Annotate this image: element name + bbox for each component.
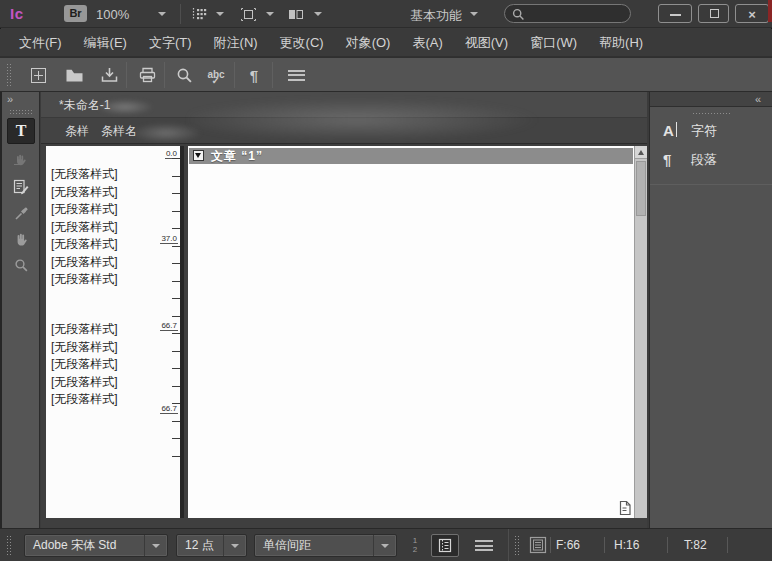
font-family-chevron-icon[interactable] — [144, 535, 167, 556]
status-bar: Adobe 宋体 Std 12 点 单倍间距 1 2 F:66 H:16 T:8… — [0, 528, 772, 561]
type-tool[interactable]: T — [7, 118, 35, 144]
font-size-chevron-icon[interactable] — [223, 535, 246, 556]
zoom-tool-icon — [14, 258, 29, 273]
style-row: [无段落样式] — [51, 374, 158, 392]
hamburger-icon — [288, 70, 305, 81]
bridge-button[interactable]: Br — [64, 5, 87, 22]
menu-item[interactable]: 更改(C) — [273, 29, 331, 57]
workspace-chevron-icon[interactable] — [470, 12, 478, 16]
titlebar-divider — [180, 4, 181, 24]
ruler-label: 66.7 — [160, 404, 178, 414]
screen-mode-button[interactable] — [240, 7, 257, 26]
galley-text-area[interactable]: 文章 “1” — [188, 146, 634, 518]
search-icon — [512, 8, 525, 21]
workspace-switcher[interactable]: 基本功能 — [410, 7, 462, 25]
menu-item[interactable]: 窗口(W) — [523, 29, 584, 57]
menu-item[interactable]: 表(A) — [405, 29, 449, 57]
toolbar-menu-button[interactable] — [280, 62, 312, 88]
statusbar-grip[interactable] — [6, 535, 12, 557]
note-tool[interactable] — [7, 174, 35, 200]
close-icon: × — [748, 7, 756, 22]
search-input[interactable] — [529, 6, 625, 21]
close-button[interactable]: × — [735, 4, 769, 23]
style-row: [无段落样式] — [51, 184, 158, 202]
galley-page-icon[interactable] — [617, 500, 633, 516]
new-document-icon — [31, 68, 46, 83]
open-button[interactable] — [58, 62, 90, 88]
zoom-level-chevron-icon[interactable] — [158, 12, 166, 16]
menu-item[interactable]: 文件(F) — [12, 29, 69, 57]
font-size-select[interactable]: 12 点 — [176, 534, 247, 557]
titlebar: Ic Br 100% 基本功能 — [0, 0, 772, 28]
incopy-logo: Ic — [10, 5, 24, 22]
main-toolbar: abc✓ ¶ — [0, 57, 772, 92]
paragraph-icon: ¶ — [663, 151, 691, 168]
screen-mode-chevron-icon[interactable] — [266, 12, 274, 16]
minimize-button[interactable] — [658, 4, 692, 23]
view-options-chevron-icon[interactable] — [216, 12, 224, 16]
view-tab-galley[interactable]: 条样 — [65, 118, 89, 144]
toolbar-grip[interactable] — [6, 63, 12, 88]
statusbar-menu-button[interactable] — [475, 540, 493, 551]
search-button[interactable] — [168, 62, 200, 88]
dock-divider — [650, 184, 772, 185]
menu-item[interactable]: 对象(O) — [339, 29, 398, 57]
menu-item[interactable]: 编辑(E) — [77, 29, 134, 57]
statusbar-grip2[interactable] — [514, 535, 520, 557]
scrollbar-thumb[interactable] — [636, 161, 646, 216]
document-content: [无段落样式][无段落样式][无段落样式][无段落样式][无段落样式][无段落样… — [41, 144, 647, 528]
statusbar-divider — [508, 529, 509, 561]
eyedropper-tool[interactable] — [7, 200, 35, 226]
menu-item[interactable]: 视图(V) — [458, 29, 515, 57]
document-tab[interactable]: *未命名-1 — [59, 92, 110, 118]
print-button[interactable] — [131, 62, 163, 88]
vertical-ruler: 0.0 37.0 66.7 66.7 — [158, 146, 184, 518]
info-column-icon — [438, 538, 452, 553]
collapse-dock-icon[interactable]: « — [755, 93, 760, 105]
new-document-button[interactable] — [22, 62, 54, 88]
story-header[interactable]: 文章 “1” — [189, 148, 633, 164]
menu-item[interactable]: 文字(T) — [142, 29, 199, 57]
hidden-characters-button[interactable]: ¶ — [238, 62, 270, 88]
style-rows-group2: [无段落样式][无段落样式][无段落样式][无段落样式][无段落样式] — [51, 321, 158, 409]
vertical-scrollbar[interactable] — [634, 146, 647, 518]
save-button[interactable] — [93, 62, 125, 88]
panel-item-character[interactable]: A 字符 — [650, 116, 772, 145]
style-row: [无段落样式] — [51, 356, 158, 374]
tools-panel: » T — [0, 92, 40, 528]
stat-h: H:16 — [614, 529, 639, 561]
collapse-story-icon[interactable] — [193, 150, 204, 161]
maximize-button[interactable] — [698, 4, 729, 23]
scroll-up-button[interactable] — [635, 146, 647, 159]
panel-item-paragraph[interactable]: ¶ 段落 — [650, 145, 772, 174]
leading-select[interactable]: 单倍间距 — [254, 534, 397, 557]
half-leading-icon[interactable]: 1 2 — [409, 536, 421, 554]
zoom-level-value[interactable]: 100% — [96, 7, 129, 22]
paragraph-style-column: [无段落样式][无段落样式][无段落样式][无段落样式][无段落样式][无段落样… — [46, 146, 158, 518]
ruler-label: 37.0 — [160, 234, 178, 244]
stat-t: T:82 — [684, 529, 707, 561]
story-title: 文章 “1” — [211, 148, 263, 164]
info-column-toggle[interactable] — [431, 534, 459, 557]
expand-panel-icon[interactable]: » — [7, 93, 12, 105]
toolbar-divider — [164, 62, 165, 88]
arrange-documents-button[interactable] — [288, 7, 304, 25]
menu-bar: 文件(F)编辑(E)文字(T)附注(N)更改(C)对象(O)表(A)视图(V)窗… — [0, 29, 772, 57]
view-options-button[interactable] — [191, 7, 209, 25]
leading-chevron-icon[interactable] — [373, 535, 396, 556]
menu-item[interactable]: 附注(N) — [207, 29, 265, 57]
menu-item[interactable]: 帮助(H) — [592, 29, 650, 57]
spellcheck-button[interactable]: abc✓ — [200, 62, 232, 88]
position-tool-icon — [13, 152, 29, 167]
search-box[interactable] — [504, 4, 631, 23]
tools-grip[interactable] — [9, 109, 33, 114]
arrange-documents-icon — [288, 8, 304, 21]
chevron-up-icon — [638, 150, 644, 155]
hand-tool[interactable] — [7, 226, 35, 252]
note-tool-icon — [13, 179, 29, 195]
font-family-select[interactable]: Adobe 宋体 Std — [24, 534, 168, 557]
view-tab-second[interactable]: 条样名 — [101, 118, 137, 144]
zoom-tool[interactable] — [7, 252, 35, 278]
position-tool[interactable] — [7, 146, 35, 172]
arrange-documents-chevron-icon[interactable] — [314, 12, 322, 16]
